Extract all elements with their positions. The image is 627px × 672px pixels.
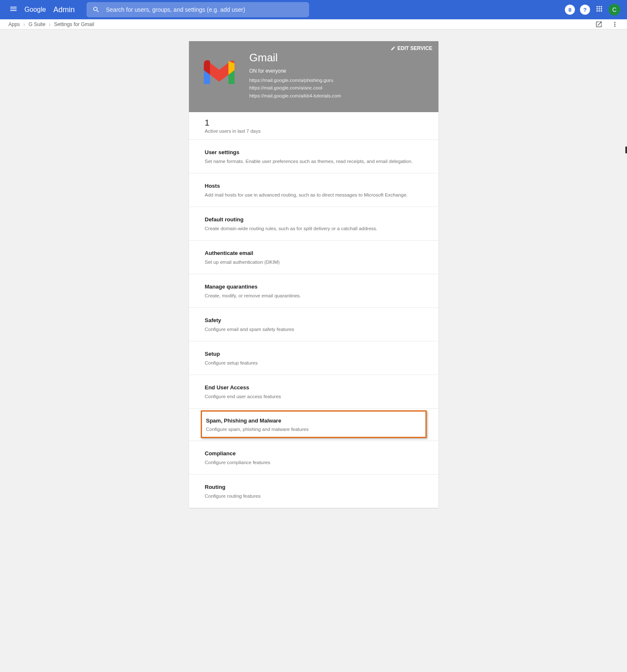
settings-list: User settingsSet name formats. Enable us… (189, 140, 438, 508)
setting-item[interactable]: SetupConfigure setup features (189, 341, 438, 375)
setting-item[interactable]: Authenticate emailSet up email authentic… (189, 241, 438, 274)
gmail-logo-icon (202, 57, 237, 84)
admin-label: Admin (53, 5, 75, 14)
search-input[interactable] (106, 6, 303, 13)
setting-desc: Set up email authentication (DKIM) (205, 260, 422, 265)
google-admin-logo[interactable]: Google Admin (24, 5, 75, 14)
service-url[interactable]: https://mail.google.com/a/kb4-tutorials.… (249, 92, 341, 100)
service-url[interactable]: https://mail.google.com/a/phishing.guru (249, 76, 341, 84)
setting-title: Safety (205, 317, 422, 323)
service-title: Gmail (249, 51, 341, 64)
setting-item[interactable]: SafetyConfigure email and spam safety fe… (189, 308, 438, 341)
setting-title: Hosts (205, 183, 422, 189)
setting-title: Routing (205, 484, 422, 490)
setting-desc: Add mail hosts for use in advanced routi… (205, 192, 422, 197)
stats-label: Active users in last 7 days (205, 129, 422, 134)
open-external-icon[interactable] (595, 21, 603, 28)
edit-service-label: EDIT SERVICE (397, 45, 432, 51)
setting-desc: Configure compliance features (205, 460, 422, 465)
setting-desc: Configure email and spam safety features (205, 327, 422, 332)
stats-section: 1 Active users in last 7 days (189, 112, 438, 140)
setting-item[interactable]: End User AccessConfigure end user access… (189, 375, 438, 409)
service-header: EDIT SERVICE Gmail ON for everyone https… (189, 41, 438, 112)
setting-item[interactable]: Manage quarantinesCreate, modify, or rem… (189, 274, 438, 308)
breadcrumb-item[interactable]: Apps (8, 21, 20, 27)
stats-value: 1 (205, 118, 422, 128)
help-icon[interactable]: ? (580, 5, 590, 15)
avatar[interactable]: C (609, 4, 620, 16)
setting-desc: Configure spam, phishing and malware fea… (206, 427, 421, 432)
setting-title: User settings (205, 149, 422, 155)
badge-icon[interactable]: 8 (565, 5, 575, 15)
pencil-icon (391, 46, 396, 51)
setting-title: Setup (205, 351, 422, 357)
header-right: 8 ? C (565, 4, 620, 16)
setting-item-highlighted[interactable]: Spam, Phishing and MalwareConfigure spam… (201, 410, 427, 438)
apps-grid-icon[interactable] (595, 5, 603, 15)
setting-desc: Set name formats. Enable user preference… (205, 159, 422, 164)
setting-item[interactable]: HostsAdd mail hosts for use in advanced … (189, 173, 438, 207)
service-info: Gmail ON for everyone https://mail.googl… (249, 51, 341, 100)
google-logo-icon: Google (24, 5, 50, 14)
setting-desc: Create, modify, or remove email quaranti… (205, 293, 422, 298)
service-status: ON for everyone (249, 68, 341, 74)
edit-service-button[interactable]: EDIT SERVICE (391, 45, 432, 51)
setting-desc: Configure routing features (205, 494, 422, 499)
setting-desc: Create domain-wide routing rules, such a… (205, 226, 422, 231)
svg-text:Google: Google (24, 6, 46, 13)
setting-item-wrapper: Spam, Phishing and MalwareConfigure spam… (189, 410, 438, 441)
setting-title: Spam, Phishing and Malware (206, 417, 421, 424)
setting-desc: Configure setup features (205, 360, 422, 365)
setting-title: Manage quarantines (205, 284, 422, 290)
setting-item[interactable]: Default routingCreate domain-wide routin… (189, 207, 438, 241)
breadcrumb-item: Settings for Gmail (54, 21, 94, 27)
setting-title: End User Access (205, 384, 422, 391)
search-box[interactable] (87, 2, 309, 17)
service-url[interactable]: https://mail.google.com/a/anc.cool (249, 84, 341, 92)
breadcrumb-actions (595, 21, 619, 28)
chevron-right-icon: › (23, 21, 25, 28)
setting-title: Authenticate email (205, 250, 422, 256)
more-vert-icon[interactable] (611, 21, 619, 28)
menu-icon[interactable] (7, 2, 20, 17)
setting-desc: Configure end user access features (205, 394, 422, 399)
breadcrumb-bar: Apps › G Suite › Settings for Gmail (0, 19, 627, 29)
setting-item[interactable]: ComplianceConfigure compliance features (189, 441, 438, 475)
scrollbar-marker (625, 147, 627, 153)
setting-title: Default routing (205, 216, 422, 223)
app-header: Google Admin 8 ? C (0, 0, 627, 19)
breadcrumb-item[interactable]: G Suite (29, 21, 45, 27)
content-card: EDIT SERVICE Gmail ON for everyone https… (189, 41, 438, 508)
setting-item[interactable]: User settingsSet name formats. Enable us… (189, 140, 438, 173)
search-icon (92, 6, 100, 13)
setting-title: Compliance (205, 450, 422, 457)
setting-item[interactable]: RoutingConfigure routing features (189, 475, 438, 508)
chevron-right-icon: › (49, 21, 51, 28)
